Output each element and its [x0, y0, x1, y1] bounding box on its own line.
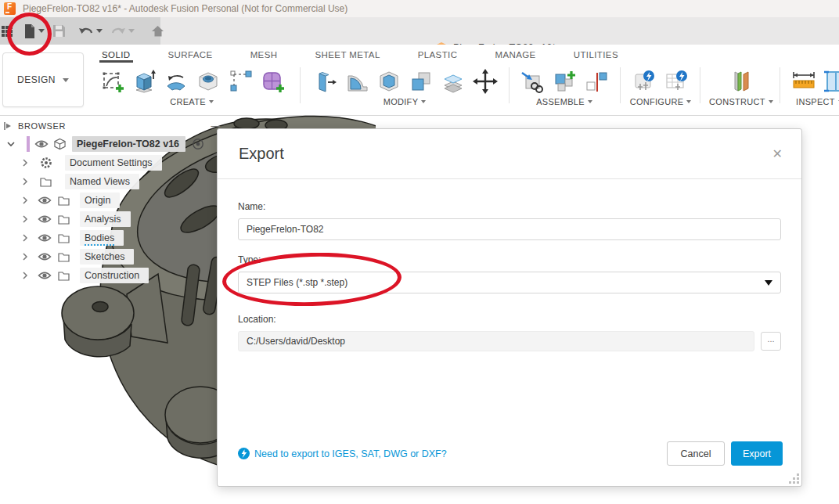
home-view-button[interactable] [150, 21, 165, 41]
browser-item-bodies[interactable]: Bodies [0, 229, 232, 247]
revolve-icon [164, 69, 189, 94]
ribbon-tab-sheet-metal[interactable]: SHEET METAL [312, 48, 382, 63]
redo-button[interactable] [110, 21, 135, 41]
ribbon-tab-manage[interactable]: MANAGE [492, 48, 538, 63]
ribbon-tab-utilities[interactable]: UTILITIES [571, 48, 621, 63]
browser-item-named-views[interactable]: Named Views [0, 172, 232, 191]
visibility-eye-icon[interactable] [38, 252, 52, 261]
new-component-button[interactable] [550, 67, 578, 95]
export-button[interactable]: Export [731, 441, 783, 466]
construct-plane-button[interactable] [727, 67, 755, 95]
folder-icon [58, 233, 70, 243]
browser-item-label[interactable]: Origin [80, 193, 120, 208]
browser-item-label[interactable]: Sketches [80, 249, 134, 265]
chevron-right-icon[interactable] [20, 233, 30, 243]
name-input[interactable] [238, 218, 781, 240]
chevron-down-icon[interactable] [6, 139, 16, 149]
browser-title: BROWSER [18, 121, 66, 131]
browser-item-analysis[interactable]: Analysis [0, 210, 232, 229]
browser-item-sketches[interactable]: Sketches [0, 247, 232, 266]
browser-item-label[interactable]: Document Settings [65, 155, 162, 171]
chevron-right-icon[interactable] [20, 271, 30, 280]
undo-button[interactable] [78, 21, 103, 41]
save-button[interactable] [52, 21, 66, 41]
measure-button[interactable] [790, 67, 818, 95]
browse-location-button[interactable]: ... [761, 332, 781, 351]
chevron-right-icon[interactable] [20, 214, 30, 224]
type-select-value: STEP Files (*.stp *.step) [247, 277, 347, 288]
ribbon-tab-surface[interactable]: SURFACE [166, 48, 215, 63]
ribbon-tab-plastic[interactable]: PLASTIC [416, 48, 460, 63]
pattern-button[interactable] [226, 67, 254, 95]
app-launcher-grid-icon[interactable] [0, 21, 13, 41]
visibility-eye-icon[interactable] [34, 139, 49, 149]
configuration-table-button[interactable] [663, 67, 691, 95]
cancel-button[interactable]: Cancel [667, 441, 725, 466]
chevron-right-icon[interactable] [20, 177, 30, 186]
browser-item-label[interactable]: Analysis [80, 211, 131, 227]
browser-item-origin[interactable]: Origin [0, 191, 232, 210]
export-help-text: Need to export to IGES, SAT, DWG or DXF? [254, 448, 447, 459]
revolve-button[interactable] [162, 67, 190, 95]
activate-radio-icon[interactable] [192, 138, 204, 150]
assemble-group-label: ASSEMBLE [536, 97, 585, 106]
press-pull-button[interactable] [311, 67, 339, 95]
create-form-button[interactable] [258, 67, 286, 95]
collapse-panel-icon[interactable] [3, 121, 12, 131]
location-input[interactable]: C:/Users/david/Desktop [238, 331, 754, 351]
section-analysis-button[interactable] [822, 67, 839, 95]
window-title: PiegeFrelon-TO82 v16* - Autodesk Fusion … [23, 3, 347, 14]
browser-item-root[interactable]: PiegeFrelon-TO82 v16 [0, 135, 232, 153]
assemble-group-dropdown[interactable]: ASSEMBLE [536, 97, 592, 106]
type-select[interactable]: STEP Files (*.stp *.step) [238, 272, 781, 293]
export-dialog: Export ✕ Name: Type: STEP Files (*.stp *… [217, 128, 802, 487]
visibility-eye-icon[interactable] [38, 233, 52, 243]
hole-button[interactable] [194, 67, 222, 95]
design-workspace-menu[interactable]: DESIGN [2, 52, 84, 107]
export-help-link[interactable]: Need to export to IGES, SAT, DWG or DXF? [238, 448, 447, 459]
inspect-group-label: INSPECT [796, 97, 835, 106]
shell-button[interactable] [375, 67, 403, 95]
insert-derive-button[interactable] [518, 67, 546, 95]
browser-item-label[interactable]: Named Views [65, 174, 139, 189]
inspect-group-dropdown[interactable]: INSPECT [796, 97, 839, 106]
chevron-right-icon[interactable] [20, 196, 30, 205]
configure-button[interactable] [631, 67, 659, 95]
redo-icon [110, 26, 126, 37]
combine-button[interactable] [407, 67, 435, 95]
construct-group-dropdown[interactable]: CONSTRUCT [709, 97, 773, 106]
location-label: Location: [238, 314, 781, 325]
chevron-right-icon[interactable] [20, 158, 30, 167]
file-icon [23, 23, 36, 39]
visibility-eye-icon[interactable] [38, 196, 52, 205]
create-group-dropdown[interactable]: CREATE [170, 97, 214, 106]
browser-panel: BROWSER — PiegeFrelon-TO82 v16 [0, 117, 232, 285]
fusion-app-icon: F [4, 2, 16, 15]
undo-icon [78, 26, 94, 37]
browser-item-construction[interactable]: Construction [0, 266, 232, 285]
fillet-button[interactable] [343, 67, 371, 95]
undo-caret-icon [96, 29, 103, 33]
browser-header: BROWSER — [0, 117, 232, 135]
chevron-right-icon[interactable] [20, 252, 30, 261]
visibility-eye-icon[interactable] [38, 271, 52, 280]
configure-group-dropdown[interactable]: CONFIGURE [630, 97, 692, 106]
browser-item-label[interactable]: Construction [80, 268, 149, 283]
visibility-eye-icon[interactable] [38, 214, 52, 224]
file-menu-button[interactable] [23, 21, 45, 41]
browser-item-label[interactable]: Bodies [80, 230, 124, 246]
ribbon-tab-mesh[interactable]: MESH [248, 48, 280, 63]
dialog-resize-grip[interactable] [790, 474, 799, 484]
split-body-button[interactable] [439, 67, 467, 95]
joint-button[interactable] [582, 67, 610, 95]
ribbon-group-assemble: ASSEMBLE [512, 66, 617, 111]
modify-group-dropdown[interactable]: MODIFY [383, 97, 427, 106]
move-button[interactable] [471, 67, 499, 95]
create-sketch-button[interactable] [98, 67, 126, 95]
dialog-close-button[interactable]: ✕ [772, 146, 783, 161]
extrude-button[interactable] [130, 67, 158, 95]
browser-root-label[interactable]: PiegeFrelon-TO82 v16 [72, 136, 185, 152]
fillet-icon [344, 69, 369, 94]
ribbon-tab-solid[interactable]: SOLID [99, 48, 133, 63]
browser-item-document-settings[interactable]: Document Settings [0, 153, 232, 172]
